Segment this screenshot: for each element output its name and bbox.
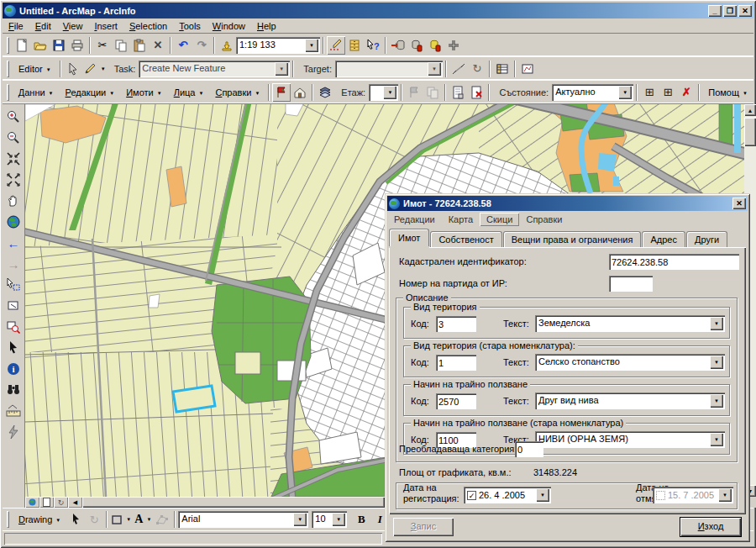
toolbar-grip[interactable] (7, 37, 9, 54)
reg-date-checkbox[interactable]: ✓ (467, 491, 476, 500)
reg-date-dropdown-arrow[interactable]: ▼ (536, 488, 549, 502)
sketch-properties-button[interactable] (518, 60, 537, 78)
menu-spravki[interactable]: Справки (209, 86, 265, 99)
menu-edit[interactable]: Edit (29, 19, 57, 33)
text-tool-button[interactable]: A (133, 510, 153, 529)
dropdown-arrow[interactable]: ▼ (710, 317, 723, 330)
scale-dropdown-arrow[interactable]: ▼ (305, 39, 318, 52)
toolbar-grip[interactable] (7, 61, 9, 77)
toolbar-grip[interactable] (7, 511, 9, 528)
scroll-up-button[interactable]: ▲ (744, 104, 756, 116)
horizontal-scroll-thumb[interactable] (82, 497, 385, 508)
floor-dropdown-arrow[interactable]: ▼ (383, 86, 396, 99)
identify-button[interactable]: i (3, 359, 24, 379)
load-objects-button[interactable] (389, 36, 407, 55)
batch-field[interactable] (609, 276, 653, 292)
select-elements-button[interactable] (3, 338, 24, 358)
flag-button[interactable] (272, 83, 291, 102)
select-box-button[interactable] (3, 296, 24, 316)
menu-selection[interactable]: Selection (123, 19, 173, 33)
find-button[interactable] (3, 380, 24, 400)
shape-tool-button[interactable] (110, 510, 133, 529)
size-dropdown-arrow[interactable]: ▼ (332, 513, 345, 526)
scale-combo[interactable]: 1:19 133 ▼ (236, 37, 320, 54)
full-extent-button[interactable] (3, 212, 24, 232)
task-combo[interactable]: Create New Feature ▼ (139, 61, 290, 77)
hyperlink-button[interactable] (3, 422, 24, 442)
menu-insert[interactable]: Insert (88, 19, 123, 33)
fixed-zoom-out-button[interactable] (3, 170, 24, 190)
delete-x-button[interactable]: ✗ (677, 83, 696, 102)
menu-window[interactable]: Window (207, 19, 251, 33)
menu-danni[interactable]: Данни (13, 86, 60, 99)
print-button[interactable] (68, 36, 87, 55)
minimize-button[interactable]: _ (708, 5, 722, 17)
post-objects-button[interactable] (426, 36, 444, 55)
menu-file[interactable]: File (3, 19, 29, 33)
document-x-button[interactable] (467, 83, 486, 102)
menu-view[interactable]: View (57, 19, 89, 33)
select-elements-button[interactable] (66, 510, 85, 529)
close-button[interactable]: ✕ (738, 5, 752, 17)
vertical-scroll-thumb[interactable] (744, 118, 756, 146)
vid-teritoria-old-code-field[interactable] (436, 355, 476, 371)
dropdown-arrow[interactable]: ▼ (710, 356, 723, 369)
fixed-zoom-in-button[interactable] (3, 149, 24, 169)
state-combo[interactable]: Актуално ▼ (552, 84, 633, 101)
select-features-button[interactable] (3, 275, 24, 295)
menu-tools[interactable]: Tools (173, 19, 207, 33)
paste-button[interactable] (130, 36, 149, 55)
cancel-date-dropdown-arrow[interactable]: ▼ (718, 488, 732, 502)
tab-sobstvenost[interactable]: Собственост (430, 231, 501, 247)
whats-this-button[interactable]: ? (364, 36, 382, 55)
state-dropdown-arrow[interactable]: ▼ (618, 86, 632, 99)
dialog-menu-karta[interactable]: Карта (442, 213, 480, 226)
go-back-button[interactable]: ← (3, 233, 24, 253)
target-combo[interactable]: ▼ (335, 61, 443, 77)
zoom-selected-button[interactable] (3, 317, 24, 337)
cancel-date-picker[interactable]: 15. 7 .2005 ▼ (653, 487, 733, 503)
target-dropdown-arrow[interactable]: ▼ (428, 62, 441, 76)
toolbar-grip[interactable] (7, 84, 9, 101)
task-dropdown-arrow[interactable]: ▼ (275, 62, 288, 76)
save-record-button[interactable]: Запис (393, 518, 454, 536)
refresh-view-button[interactable]: ↻ (54, 497, 68, 508)
restore-button[interactable]: ❐ (723, 5, 737, 17)
copy-button[interactable] (112, 36, 130, 55)
menu-help[interactable]: Help (251, 19, 282, 33)
font-combo[interactable]: Arial ▼ (178, 511, 308, 528)
redo-button[interactable]: ↷ (192, 36, 211, 55)
menu-imoti[interactable]: Имоти (120, 86, 167, 99)
tab-drugi[interactable]: Други (686, 231, 727, 247)
attributes-button[interactable] (493, 60, 512, 78)
menu-lica[interactable]: Лица (168, 86, 210, 99)
scroll-left-button[interactable]: ◀ (68, 497, 82, 508)
add-data-button[interactable] (218, 36, 236, 55)
selected-parcel[interactable] (173, 386, 215, 412)
layers-button[interactable] (316, 83, 334, 102)
vid-teritoria-old-combo[interactable]: Селско стопанство ▼ (535, 354, 725, 371)
menu-redakcii[interactable]: Редакции (60, 86, 121, 99)
dialog-close-button[interactable]: ✕ (732, 198, 746, 209)
exit-button[interactable]: Изход (680, 518, 741, 536)
polzvane-code-field[interactable] (436, 393, 476, 409)
layout-view-button[interactable] (39, 497, 54, 508)
cut-button[interactable]: ✂ (93, 36, 112, 55)
dialog-menu-skici[interactable]: Скици (480, 213, 519, 226)
edit-vertices-button[interactable] (153, 510, 171, 529)
font-dropdown-arrow[interactable]: ▼ (293, 513, 307, 526)
zoom-in-button[interactable] (3, 107, 24, 127)
category-field[interactable] (515, 441, 543, 457)
rotate-tool-button[interactable]: ↻ (468, 60, 486, 78)
title-bar[interactable]: Untitled - ArcMap - ArcInfo _ ❐ ✕ (3, 3, 753, 18)
edit-tool-button[interactable] (64, 60, 82, 78)
delete-button[interactable]: ✕ (149, 36, 167, 55)
grid-2-button[interactable]: ⊞ (659, 83, 677, 102)
sketch-tool-button[interactable] (82, 60, 108, 78)
grid-1-button[interactable]: ⊞ (640, 83, 659, 102)
dialog-menu-redakcii[interactable]: Редакции (387, 213, 442, 226)
cancel-date-checkbox[interactable] (656, 491, 665, 500)
open-button[interactable] (31, 36, 50, 55)
dropdown-arrow[interactable]: ▼ (710, 394, 723, 408)
bold-button[interactable]: B (352, 510, 370, 529)
